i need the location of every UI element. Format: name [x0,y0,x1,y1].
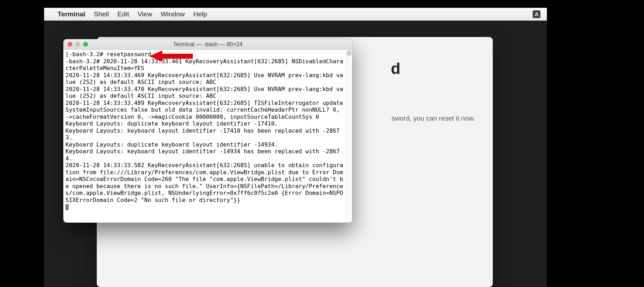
menu-edit[interactable]: Edit [117,10,129,18]
terminal-output[interactable]: [-bash-3.2# resetpassword -bash-3.2# 202… [63,50,346,223]
desktop: Terminal Shell Edit View Window Help A d… [44,8,547,287]
menu-window[interactable]: Window [161,10,185,18]
terminal-body: [-bash-3.2# resetpassword -bash-3.2# 202… [63,50,352,223]
scroll-thumb[interactable] [347,51,352,55]
terminal-titlebar[interactable]: Terminal — -bash — 80×24 [63,39,352,50]
menu-shell[interactable]: Shell [94,10,109,18]
close-button[interactable] [68,42,72,47]
menu-app-name[interactable]: Terminal [58,10,85,18]
bg-title-fragment: d [391,60,400,78]
terminal-scrollbar[interactable] [346,50,352,223]
menu-view[interactable]: View [138,10,152,18]
terminal-window: Terminal — -bash — 80×24 [-bash-3.2# res… [63,39,352,223]
maximize-button[interactable] [83,42,88,47]
menu-help[interactable]: Help [193,10,207,18]
input-source-indicator[interactable]: A [533,10,540,18]
minimize-button[interactable] [75,42,80,47]
bg-subtitle-fragment: sword, you can reset it now. [392,115,475,122]
menu-bar: Terminal Shell Edit View Window Help A [44,8,547,21]
traffic-lights [63,42,88,47]
terminal-title: Terminal — -bash — 80×24 [63,41,352,48]
terminal-cursor [65,204,69,210]
